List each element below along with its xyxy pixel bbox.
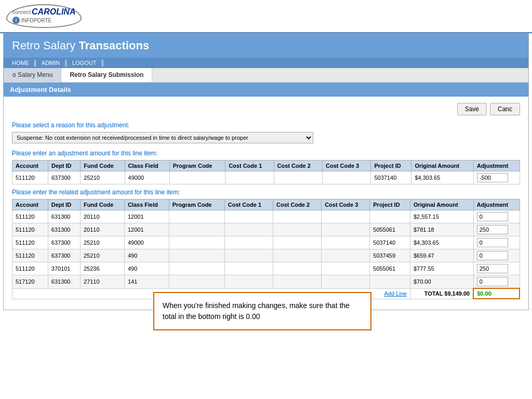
col-fund-code: Fund Code: [81, 161, 125, 171]
col2-cost-code-1: Cost Code 1: [224, 200, 273, 210]
col2-cost-code-3: Cost Code 3: [322, 200, 370, 210]
col-adjustment: Adjustment: [473, 161, 520, 171]
page-title: Retro Salary Transactions: [12, 39, 520, 52]
main-container: Retro Salary Transactions HOME ║ ADMIN ║…: [3, 33, 529, 310]
col-cost-code-1: Cost Code 1: [225, 161, 274, 171]
save-button[interactable]: Save: [457, 103, 487, 115]
tab-salary-menu[interactable]: o Salary Menu: [4, 68, 61, 82]
logo-area: connect CAROLINA i INFOPORTE: [12, 7, 75, 24]
callout-text: When you're finished making changes, mak…: [163, 301, 350, 321]
reason-label: Please select a reason for this adjustme…: [12, 122, 520, 129]
col-program-code: Program Code: [169, 161, 225, 171]
line-item-table: Account Dept ID Fund Code Class Field Pr…: [12, 160, 520, 184]
col-cost-code-3: Cost Code 3: [323, 161, 371, 171]
related-label: Please enter the related adjustment amou…: [12, 189, 520, 196]
adjustment-input[interactable]: [477, 251, 508, 260]
info-icon: i: [12, 17, 20, 24]
adjustment-details-content: Save Canc Please select a reason for thi…: [4, 97, 528, 310]
related-table: Account Dept ID Fund Code Class Field Pr…: [12, 199, 520, 299]
col2-fund-code: Fund Code: [80, 200, 124, 210]
nav-admin[interactable]: ADMIN: [42, 60, 60, 66]
col2-project-id: Project ID: [370, 200, 410, 210]
logo-connect-text: connect: [12, 9, 31, 15]
page-wrapper: connect CAROLINA i INFOPORTE Retro Salar…: [0, 0, 532, 399]
adjustment-input[interactable]: [477, 225, 508, 234]
col2-adjustment: Adjustment: [473, 200, 520, 210]
header: connect CAROLINA i INFOPORTE: [0, 0, 532, 33]
table-row: 51112063730025210490005037140$4,303.65: [12, 236, 520, 249]
add-line-link[interactable]: Add Line: [384, 290, 406, 297]
col2-program-code: Program Code: [169, 200, 224, 210]
table-row: 511120370101252364905055061$777.55: [12, 262, 520, 275]
reason-select[interactable]: Suspense: No cost extension not received…: [12, 132, 313, 143]
col-original-amount: Original Amount: [411, 161, 474, 171]
col-account: Account: [12, 161, 48, 171]
total-label-cell: TOTAL $9,149.00: [410, 288, 473, 299]
adjustment-details-section: Adjustment Details Save Canc Please sele…: [4, 83, 528, 310]
nav-home[interactable]: HOME: [12, 60, 29, 66]
adjustment-input[interactable]: [477, 264, 508, 273]
cancel-button[interactable]: Canc: [490, 103, 520, 115]
infoporte-text: INFOPORTE: [21, 18, 51, 23]
col2-cost-code-2: Cost Code 2: [273, 200, 321, 210]
table-row: 511120637300252104905037459$659.47: [12, 249, 520, 262]
col2-original-amount: Original Amount: [410, 200, 473, 210]
logo-infoporte-row: i INFOPORTE: [12, 17, 75, 24]
adjustment-input[interactable]: [477, 238, 508, 247]
col-dept-id: Dept ID: [48, 161, 81, 171]
button-row: Save Canc: [12, 103, 520, 115]
logo-container: connect CAROLINA i INFOPORTE: [6, 4, 82, 28]
table-row: 51112063730025210490005037140$4,303.65: [12, 171, 520, 184]
table-row: 51712063130027110141$70.00: [12, 275, 520, 289]
adjustment-details-header: Adjustment Details: [4, 83, 528, 97]
title-bar: Retro Salary Transactions: [4, 34, 528, 58]
logo-carolina-text: CAROLINA: [32, 7, 75, 17]
tab-bar: o Salary Menu Retro Salary Submission: [4, 68, 528, 83]
total-adjustment-cell: $0.00: [473, 288, 520, 299]
table-row: 51112063130020110120015055061$781.18: [12, 223, 520, 236]
col2-account: Account: [12, 200, 48, 210]
col-class-field: Class Field: [125, 161, 169, 171]
nav-logout[interactable]: LOGOUT: [72, 60, 96, 66]
col2-dept-id: Dept ID: [48, 200, 80, 210]
col-project-id: Project ID: [371, 161, 411, 171]
callout-box: When you're finished making changes, mak…: [153, 292, 371, 330]
line-item-label: Please enter an adjustment amount for th…: [12, 150, 520, 157]
adjustment-input[interactable]: [477, 277, 508, 286]
col-cost-code-2: Cost Code 2: [274, 161, 322, 171]
tab-retro-salary-submission[interactable]: Retro Salary Submission: [61, 68, 152, 82]
adjustment-input[interactable]: [477, 173, 508, 182]
nav-bar: HOME ║ ADMIN ║ LOGOUT ║: [4, 58, 528, 68]
col2-class-field: Class Field: [124, 200, 169, 210]
table-row: 5111206313002011012001$2,557.15: [12, 210, 520, 223]
reason-dropdown-row: Please select a reason for this adjustme…: [12, 122, 520, 143]
adjustment-input[interactable]: [477, 212, 508, 221]
